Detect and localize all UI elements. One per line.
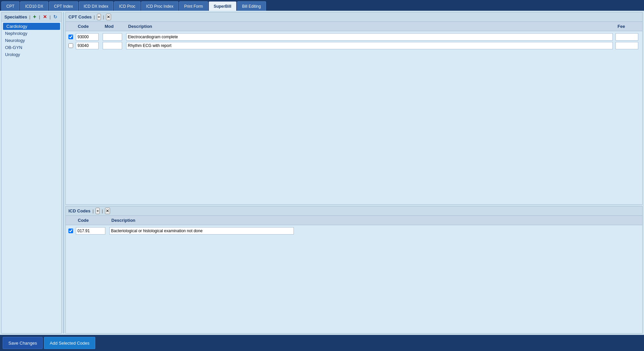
cpt-row-1-mod-cell: [103, 33, 126, 41]
specialty-item-ob-gyn[interactable]: OB-GYN: [2, 44, 61, 51]
cpt-row-1-checkbox-cell: [66, 35, 76, 39]
icd-row-1-code-input[interactable]: [76, 227, 105, 235]
icd-row-1-desc-cell: [109, 227, 642, 235]
save-changes-button[interactable]: Save Changes: [3, 337, 43, 349]
tab-icd-proc[interactable]: ICD Proc: [114, 1, 141, 11]
specialties-remove-button[interactable]: ✕: [42, 14, 48, 19]
tab-cpt[interactable]: CPT: [1, 1, 19, 11]
icd-remove-button[interactable]: ✕: [105, 208, 110, 214]
specialties-title: Specialties: [4, 14, 27, 19]
cpt-row-1-fee-cell: [615, 33, 642, 41]
tab-icd-proc-index[interactable]: ICD Proc Index: [141, 1, 178, 11]
cpt-row-2-checkbox-cell: [66, 43, 76, 48]
icd-row-1-desc-input[interactable]: [109, 227, 294, 235]
icd-codes-header: ICD Codes | + | ✕: [66, 206, 642, 216]
cpt-row-1-checkbox[interactable]: [68, 35, 73, 39]
cpt-row-2-fee-cell: [615, 42, 642, 49]
icd-col-description: Description: [109, 217, 642, 223]
cpt-remove-button[interactable]: ✕: [106, 14, 111, 20]
icd-table-body: [66, 225, 642, 237]
cpt-table-row: [66, 41, 642, 50]
main-content: Specialties | + | ✕ | ↻ Cardiology Nephr…: [0, 11, 644, 335]
cpt-table-body: [66, 31, 642, 51]
icd-col-code: Code: [76, 217, 109, 223]
icd-row-1-checkbox-cell: [66, 229, 76, 233]
cpt-row-1-code-cell: [76, 33, 103, 41]
right-panel: CPT Codes | + | ✕ Code Mod Description F…: [65, 12, 643, 334]
icd-add-button[interactable]: +: [96, 208, 100, 214]
tab-cpt-index[interactable]: CPT Index: [49, 1, 78, 11]
tab-bar: CPT ICD10 DX CPT Index ICD DX Index ICD …: [0, 0, 644, 11]
specialties-refresh-button[interactable]: ↻: [53, 14, 58, 19]
cpt-col-mod: Mod: [103, 23, 126, 30]
cpt-row-2-mod-cell: [103, 42, 126, 49]
icd-codes-title: ICD Codes: [68, 208, 91, 213]
cpt-table-header: Code Mod Description Fee: [66, 22, 642, 31]
bottom-bar: Save Changes Add Selected Codes: [0, 335, 644, 351]
cpt-row-2-code-cell: [76, 42, 103, 49]
tab-icd-dx-index[interactable]: ICD DX Index: [79, 1, 113, 11]
specialties-panel: Specialties | + | ✕ | ↻ Cardiology Nephr…: [1, 12, 62, 334]
cpt-codes-section: CPT Codes | + | ✕ Code Mod Description F…: [65, 12, 643, 205]
specialties-header: Specialties | + | ✕ | ↻: [2, 12, 61, 21]
specialties-add-button[interactable]: +: [33, 14, 37, 20]
cpt-col-check: [66, 23, 76, 30]
icd-row-1-code-cell: [76, 227, 109, 235]
cpt-col-description: Description: [126, 23, 615, 30]
tab-superbill[interactable]: SuperBill: [209, 1, 236, 11]
icd-codes-section: ICD Codes | + | ✕ Code Description: [65, 206, 643, 334]
icd-row-1-checkbox[interactable]: [68, 229, 73, 233]
cpt-row-1-mod-input[interactable]: [103, 33, 122, 41]
cpt-codes-title: CPT Codes: [68, 14, 92, 19]
cpt-row-1-desc-input[interactable]: [126, 33, 613, 41]
cpt-row-1-code-input[interactable]: [76, 33, 99, 41]
cpt-row-1-fee-input[interactable]: [615, 33, 638, 41]
cpt-row-2-mod-input[interactable]: [103, 42, 122, 49]
cpt-row-2-fee-input[interactable]: [615, 42, 638, 49]
specialty-item-neurology[interactable]: Neurology: [2, 37, 61, 44]
tab-print-form[interactable]: Print Form: [179, 1, 208, 11]
cpt-row-2-code-input[interactable]: [76, 42, 99, 49]
icd-table-header: Code Description: [66, 216, 642, 225]
tab-icd10dx[interactable]: ICD10 DX: [20, 1, 48, 11]
cpt-row-1-desc-cell: [126, 33, 615, 41]
cpt-add-button[interactable]: +: [97, 14, 101, 20]
cpt-codes-header: CPT Codes | + | ✕: [66, 12, 642, 22]
cpt-row-2-desc-cell: [126, 42, 615, 49]
tab-bill-editing[interactable]: Bill Editing: [237, 1, 266, 11]
specialty-item-urology[interactable]: Urology: [2, 51, 61, 58]
specialty-list: Cardiology Nephrology Neurology OB-GYN U…: [2, 21, 61, 59]
cpt-row-2-desc-input[interactable]: [126, 42, 613, 49]
icd-col-check: [66, 217, 76, 223]
add-selected-codes-button[interactable]: Add Selected Codes: [44, 337, 95, 349]
specialty-item-cardiology[interactable]: Cardiology: [3, 23, 60, 30]
cpt-table-row: [66, 33, 642, 41]
cpt-col-fee: Fee: [615, 23, 642, 30]
icd-table-row: [66, 227, 642, 235]
panel-divider[interactable]: [63, 12, 64, 334]
cpt-col-code: Code: [76, 23, 103, 30]
specialty-item-nephrology[interactable]: Nephrology: [2, 30, 61, 37]
cpt-row-2-checkbox[interactable]: [68, 43, 73, 48]
